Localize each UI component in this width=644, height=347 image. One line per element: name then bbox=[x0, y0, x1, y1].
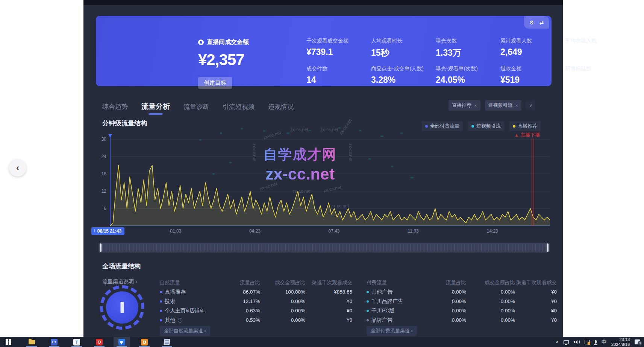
create-goal-button[interactable]: 创建目标 bbox=[198, 77, 232, 89]
slider-handle-right[interactable] bbox=[547, 244, 549, 252]
app-orange-button[interactable] bbox=[136, 337, 153, 347]
video-artifact bbox=[286, 132, 289, 134]
notepad-icon bbox=[164, 339, 170, 345]
tab-traffic-diagnosis[interactable]: 流量诊断 bbox=[183, 102, 209, 111]
warn-icon: ▲ bbox=[514, 132, 519, 138]
system-tray: ∧ 中 23:13 2024/8/16 3 bbox=[556, 337, 644, 347]
file-explorer-button[interactable] bbox=[23, 337, 40, 347]
video-artifact bbox=[400, 132, 403, 134]
chevron-down-icon: ∨ bbox=[529, 103, 532, 108]
notepad-button[interactable] bbox=[159, 337, 175, 347]
video-artifact bbox=[308, 130, 311, 131]
stream-end-marker: ▲ 主播下播 bbox=[514, 132, 540, 138]
windows-taskbar: L1 T O ∧ 中 23:13 2024/8/16 3 bbox=[0, 337, 644, 347]
legend-short-video[interactable]: 短视频引流 bbox=[468, 121, 504, 131]
kpi-stat: 平均在线人数1 bbox=[565, 38, 630, 65]
ime-indicator[interactable]: 中 bbox=[602, 339, 606, 345]
minute-traffic-chart[interactable]: 61218243001:0304:2307:4311:0314:23 ▲ 主播下… bbox=[96, 130, 556, 239]
swap-icon[interactable]: ⇄ bbox=[539, 20, 544, 26]
slider-minimap bbox=[102, 244, 546, 251]
windows-icon bbox=[6, 339, 11, 345]
row-dot-icon bbox=[367, 319, 369, 321]
video-top-strip bbox=[83, 0, 563, 5]
target-icon bbox=[198, 40, 204, 45]
analysis-tabs: 综合趋势 流量分析 流量诊断 引流短视频 违规情况 bbox=[102, 102, 294, 111]
tab-short-video[interactable]: 引流短视频 bbox=[223, 102, 255, 111]
kpi-stat: 曝光次数1.33万 bbox=[436, 38, 500, 65]
row-dot-icon bbox=[160, 319, 162, 321]
filter-dropdown[interactable]: ∨ bbox=[526, 101, 535, 110]
back-button[interactable]: ‹ bbox=[9, 159, 26, 177]
row-dot-icon bbox=[367, 291, 369, 293]
row-dot-icon bbox=[160, 300, 162, 303]
svg-text:18: 18 bbox=[102, 171, 107, 177]
video-artifact bbox=[359, 130, 361, 131]
kpi-stat: 退款金额¥519 bbox=[500, 65, 565, 85]
svg-text:01:03: 01:03 bbox=[170, 228, 181, 234]
all-paid-channels-link[interactable]: 全部付费流量渠道 › bbox=[367, 326, 417, 336]
legend-paid-traffic[interactable]: 全部付费流量 bbox=[422, 121, 463, 131]
svg-text:07:43: 07:43 bbox=[329, 228, 340, 234]
slider-handle-left[interactable] bbox=[100, 244, 102, 252]
tab-traffic-analysis[interactable]: 流量分析 bbox=[141, 102, 170, 111]
taskbar-clock[interactable]: 23:13 2024/8/16 bbox=[611, 337, 630, 347]
player-app-button[interactable] bbox=[114, 337, 130, 347]
app-l1-button[interactable]: L1 bbox=[46, 337, 62, 347]
kpi-stat: 曝光-观看率(次数)24.05% bbox=[436, 65, 500, 85]
kpi-stats-grid: 千次观看成交金额¥739.1 人均观看时长15秒 曝光次数1.33万 累计观看人… bbox=[306, 38, 630, 85]
action-center-button[interactable]: 3 bbox=[635, 339, 640, 344]
table-row: 其他i 0.53% 0.00% ¥0 bbox=[160, 315, 352, 325]
back-icon: ‹ bbox=[16, 163, 19, 173]
orange-app-icon bbox=[141, 339, 148, 345]
filter-tag-live-recommend[interactable]: 直播推荐 × bbox=[449, 100, 480, 111]
video-artifact bbox=[368, 158, 371, 160]
kpi-stat: 新增粉丝数31 bbox=[565, 65, 630, 85]
kpi-stat: 人均观看时长15秒 bbox=[371, 38, 436, 65]
table-row: 搜索 12.17% 0.00% ¥0 bbox=[160, 297, 352, 306]
clock-time: 23:13 bbox=[611, 337, 630, 342]
traffic-donut-chart[interactable] bbox=[100, 285, 144, 330]
channel-filter-bar: 直播推荐 × 短视频引流 × ∨ bbox=[449, 100, 535, 111]
app-o-button[interactable]: O bbox=[91, 337, 108, 347]
network-icon[interactable] bbox=[564, 340, 569, 344]
kpi-stat: 累计观看人数2,649 bbox=[500, 38, 565, 65]
volume-icon[interactable] bbox=[574, 340, 580, 344]
row-dot-icon bbox=[367, 300, 369, 303]
donut-center-glyph bbox=[121, 302, 124, 313]
table-row: 个人主页&店铺&.. 0.63% 0.00% ¥0 bbox=[160, 306, 352, 315]
close-icon[interactable]: × bbox=[515, 103, 518, 108]
x-axis-start-badge: 08/15 21:43 bbox=[91, 227, 124, 235]
svg-text:12: 12 bbox=[102, 189, 107, 194]
close-icon[interactable]: × bbox=[474, 103, 477, 108]
app-t-button[interactable]: T bbox=[68, 337, 85, 347]
arrow-right-icon: › bbox=[135, 279, 137, 285]
chart-range-slider[interactable] bbox=[98, 243, 550, 253]
folder-icon bbox=[29, 340, 35, 344]
l1-app-icon: L1 bbox=[51, 339, 58, 345]
tray-expand-button[interactable]: ∧ bbox=[556, 339, 559, 344]
start-button[interactable] bbox=[0, 337, 17, 347]
table-row: 其他广告 0.00% 0.00% ¥0 bbox=[367, 287, 557, 297]
gear-icon[interactable]: ⚙ bbox=[529, 20, 534, 26]
svg-text:04:23: 04:23 bbox=[249, 228, 261, 234]
o-app-icon: O bbox=[96, 339, 103, 345]
desktop: ‹ 直播间成交金额 ¥2,357 创建目标 千次观看成交金额¥739.1 人均观… bbox=[0, 0, 644, 347]
filter-tag-short-video[interactable]: 短视频引流 × bbox=[485, 100, 522, 111]
kpi-stat: 成交件数14 bbox=[306, 65, 371, 85]
channel-explain-link[interactable]: 流量渠道说明 › bbox=[102, 279, 137, 285]
video-artifact bbox=[212, 173, 215, 175]
svg-text:6: 6 bbox=[104, 206, 106, 211]
all-natural-channels-link[interactable]: 全部自然流量渠道 › bbox=[160, 326, 210, 336]
tab-overall-trend[interactable]: 综合趋势 bbox=[102, 102, 128, 111]
video-artifact bbox=[286, 177, 288, 178]
snipping-tool-icon[interactable] bbox=[585, 340, 590, 344]
tab-violations[interactable]: 违规情况 bbox=[268, 102, 294, 111]
table-row: 千川PC版 0.00% 0.00% ¥0 bbox=[367, 306, 557, 315]
kpi-main-metric: 直播间成交金额 ¥2,357 创建目标 bbox=[198, 38, 285, 89]
microphone-icon[interactable] bbox=[595, 340, 597, 344]
legend-live-recommend[interactable]: 直播推荐 bbox=[509, 121, 541, 131]
kpi-main-value: ¥2,357 bbox=[198, 51, 285, 69]
notification-badge: 3 bbox=[638, 341, 642, 345]
info-icon[interactable]: i bbox=[178, 318, 182, 323]
table-header: 自然流量 流量占比 成交金额占比 渠道千次观看成交 bbox=[160, 278, 352, 287]
